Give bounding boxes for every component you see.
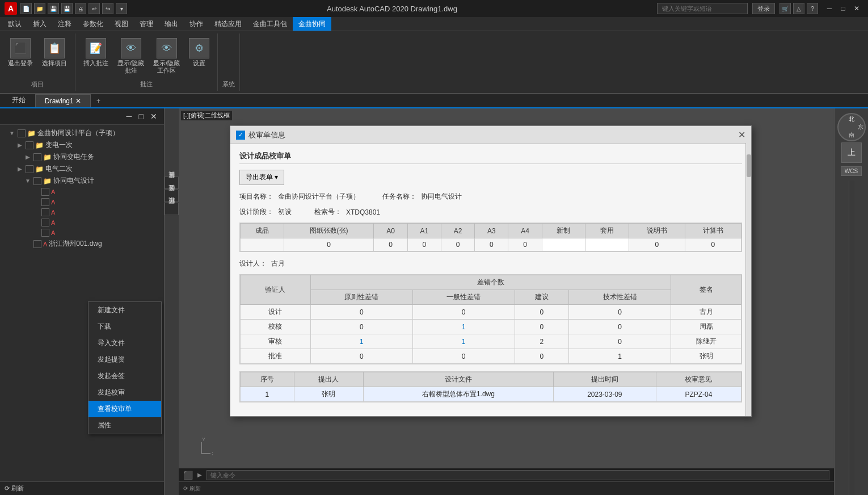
login-button[interactable]: 登录 — [752, 3, 775, 14]
dialog-close-button[interactable]: ✕ — [738, 129, 745, 140]
sidebar-maximize-button[interactable]: □ — [137, 111, 146, 122]
tab-bar: 开始 Drawing1 ✕ + — [0, 94, 868, 108]
task-label: 任务名称： — [382, 192, 416, 202]
tab-add-button[interactable]: + — [91, 95, 106, 107]
technical-design: 0 — [569, 305, 671, 320]
ctx-properties[interactable]: 属性 — [89, 417, 161, 434]
show-hide-workspace-icon: 👁 — [157, 38, 177, 58]
settings-button[interactable]: ⚙ 设置 — [186, 36, 213, 69]
tree-label-dwg: 浙江湖州001.dwg — [49, 239, 102, 249]
tree-checkbox-file3[interactable] — [41, 208, 49, 216]
tree-item-file5[interactable]: A — [0, 228, 164, 238]
tab-start[interactable]: 开始 — [2, 93, 35, 107]
tree-item-file1[interactable]: A — [0, 187, 164, 197]
product-reuse-input[interactable] — [585, 238, 629, 251]
plot-icon[interactable]: 🖨 — [75, 3, 86, 14]
tree-checkbox-electrical[interactable] — [26, 165, 33, 173]
menu-insert[interactable]: 插入 — [27, 17, 52, 31]
tree-checkbox-root[interactable] — [18, 129, 26, 137]
dropdown-icon[interactable]: ▾ — [116, 3, 127, 14]
menu-note[interactable]: 注释 — [52, 17, 77, 31]
ctx-submit-review[interactable]: 发起校审 — [89, 384, 161, 401]
redo-icon[interactable]: ↪ — [102, 3, 113, 14]
tree-item-electrical[interactable]: ▶ 📁 电气二次 — [0, 163, 164, 175]
menu-default[interactable]: 默认 — [2, 17, 27, 31]
new-icon[interactable]: 📄 — [20, 3, 32, 14]
tree-checkbox-biandian[interactable] — [26, 141, 33, 149]
tree-item-file2[interactable]: A — [0, 197, 164, 207]
dialog-scrollbar[interactable] — [745, 143, 751, 416]
tree-item-dwg[interactable]: A 浙江湖州001.dwg — [0, 238, 164, 250]
undo-icon[interactable]: ↩ — [89, 3, 100, 14]
ctx-submit-sign[interactable]: 发起会签 — [89, 368, 161, 384]
sidebar-header: ─ □ ✕ — [0, 108, 164, 125]
show-hide-workspace-button[interactable]: 👁 显示/隐藏工作区 — [150, 36, 183, 77]
file-row-1: 1 张明 右幅桥型总体布置1.dwg 2023-03-09 PZPZ-04 — [241, 387, 741, 402]
cart-icon[interactable]: 🛒 — [779, 3, 791, 14]
tree-checkbox-collab-task[interactable] — [33, 153, 41, 161]
ribbon-annotation-title: 批注 — [140, 78, 153, 89]
menu-jincurve-tools[interactable]: 金曲工具包 — [247, 17, 293, 31]
insert-annotation-icon: 📝 — [86, 38, 106, 58]
menu-param[interactable]: 参数化 — [77, 17, 109, 31]
ribbon-group-project: ⬛ 退出登录 📋 选择项目 项目 — [0, 33, 75, 91]
menu-jincurve-collab[interactable]: 金曲协同 — [293, 17, 331, 31]
tree-checkbox-collab-elec[interactable] — [33, 177, 41, 185]
tree-checkbox-file1[interactable] — [41, 188, 49, 196]
file-time-1: 2023-03-09 — [553, 387, 656, 402]
tree-checkbox-file5[interactable] — [41, 229, 49, 237]
ctx-new-file[interactable]: 新建文件 — [89, 302, 161, 318]
maximize-button[interactable]: □ — [836, 3, 850, 14]
open-icon[interactable]: 📁 — [34, 3, 45, 14]
insert-annotation-button[interactable]: 📝 插入批注 — [80, 36, 112, 69]
ref-label: 检索号： — [314, 207, 342, 217]
tree-item-file3[interactable]: A — [0, 207, 164, 217]
sidebar-bottom[interactable]: ⟳ 刷新 — [0, 481, 164, 495]
logout-button[interactable]: ⬛ 退出登录 — [5, 36, 36, 69]
tree-item-collab-task[interactable]: ▶ 📁 协同变电任务 — [0, 151, 164, 163]
sidebar-minimize-button[interactable]: ─ — [124, 111, 134, 122]
tree-item-file4[interactable]: A — [0, 217, 164, 228]
tree-checkbox-dwg[interactable] — [33, 240, 41, 248]
triangle-icon[interactable]: △ — [793, 3, 804, 14]
side-tab-review[interactable]: 校审区 — [165, 203, 179, 215]
side-tab-sign[interactable]: 会签区 — [165, 190, 179, 202]
help-icon[interactable]: ? — [807, 3, 818, 14]
general-check: 1 — [412, 320, 515, 334]
error-row-design: 设计 0 0 0 0 古月 — [241, 305, 741, 320]
search-input[interactable] — [657, 3, 748, 14]
wcs-label: WCS — [841, 166, 862, 176]
close-button[interactable]: ✕ — [850, 3, 863, 14]
ctx-download[interactable]: 下载 — [89, 318, 161, 335]
menu-view[interactable]: 视图 — [109, 17, 134, 31]
show-hide-annotation-icon: 👁 — [121, 38, 141, 58]
ctx-submit-resource[interactable]: 发起提资 — [89, 351, 161, 368]
tree-item-root[interactable]: ▼ 📁 金曲协同设计平台（子项） — [0, 127, 164, 139]
tab-drawing1[interactable]: Drawing1 ✕ — [35, 94, 91, 107]
sidebar-close-button[interactable]: ✕ — [148, 111, 159, 122]
ctx-import[interactable]: 导入文件 — [89, 335, 161, 351]
select-project-button[interactable]: 📋 选择项目 — [39, 36, 70, 69]
floating-side-tabs: 提资区 会签区 校审区 — [165, 177, 179, 495]
tree-checkbox-file4[interactable] — [41, 219, 49, 226]
th-sheets: 图纸张数(张) — [284, 224, 374, 238]
tree-item-collab-elec[interactable]: ▼ 📁 协同电气设计 — [0, 175, 164, 187]
tree-checkbox-file2[interactable] — [41, 198, 49, 206]
menu-featured[interactable]: 精选应用 — [209, 17, 247, 31]
save-icon[interactable]: 💾 — [48, 3, 59, 14]
menu-output[interactable]: 输出 — [159, 17, 184, 31]
show-hide-annotation-button[interactable]: 👁 显示/隐藏批注 — [114, 36, 148, 77]
compass-up-button[interactable]: 上 — [841, 142, 862, 163]
save-as-icon[interactable]: 💾 — [61, 3, 73, 14]
menu-manage[interactable]: 管理 — [134, 17, 159, 31]
ctx-view-review[interactable]: 查看校审单 — [89, 401, 161, 417]
menu-collab[interactable]: 协作 — [184, 17, 209, 31]
product-new-input[interactable] — [542, 238, 585, 251]
side-tab-resources[interactable]: 提资区 — [165, 177, 179, 189]
right-scrollbar[interactable] — [849, 181, 854, 495]
minimize-button[interactable]: ─ — [823, 3, 836, 14]
dialog-titlebar: ✓ 校审单信息 ✕ — [230, 126, 751, 144]
export-button[interactable]: 导出表单 ▾ — [239, 170, 284, 185]
tree-item-biandian[interactable]: ▶ 📁 变电一次 — [0, 139, 164, 151]
task-field: 任务名称： 协同电气设计 — [382, 192, 462, 202]
